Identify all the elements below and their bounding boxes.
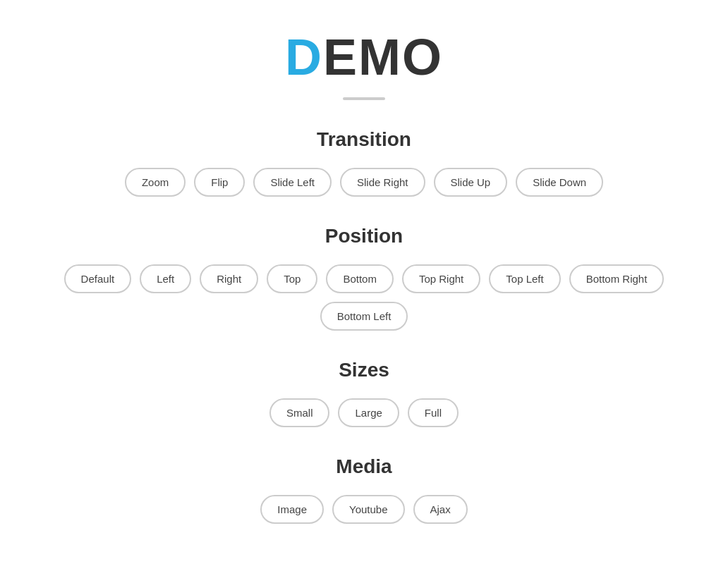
- button-group-media: ImageYoutubeAjax: [47, 495, 681, 524]
- section-title-sizes: Sizes: [47, 359, 681, 381]
- btn-sizes-large[interactable]: Large: [338, 398, 399, 427]
- section-title-position: Position: [47, 225, 681, 247]
- btn-sizes-small[interactable]: Small: [269, 398, 330, 427]
- btn-transition-slide-right[interactable]: Slide Right: [340, 168, 425, 197]
- button-group-sizes: SmallLargeFull: [47, 398, 681, 427]
- logo-rest: EMO: [323, 29, 443, 85]
- section-media: MediaImageYoutubeAjax: [47, 455, 681, 524]
- btn-transition-slide-left[interactable]: Slide Left: [253, 168, 332, 197]
- section-title-transition: Transition: [47, 128, 681, 151]
- divider: [343, 97, 385, 100]
- btn-transition-slide-down[interactable]: Slide Down: [516, 168, 603, 197]
- btn-media-youtube[interactable]: Youtube: [332, 495, 405, 524]
- btn-transition-slide-up[interactable]: Slide Up: [434, 168, 508, 197]
- btn-position-right[interactable]: Right: [200, 264, 258, 293]
- btn-position-top[interactable]: Top: [267, 264, 317, 293]
- btn-transition-flip[interactable]: Flip: [194, 168, 245, 197]
- btn-media-image[interactable]: Image: [260, 495, 324, 524]
- btn-transition-zoom[interactable]: Zoom: [125, 168, 186, 197]
- section-title-media: Media: [47, 455, 681, 478]
- section-transition: TransitionZoomFlipSlide LeftSlide RightS…: [47, 128, 681, 197]
- btn-position-left[interactable]: Left: [140, 264, 191, 293]
- btn-position-bottom[interactable]: Bottom: [326, 264, 394, 293]
- btn-position-bottom-right[interactable]: Bottom Right: [569, 264, 665, 293]
- btn-media-ajax[interactable]: Ajax: [413, 495, 468, 524]
- btn-position-default[interactable]: Default: [64, 264, 132, 293]
- button-group-position: DefaultLeftRightTopBottomTop RightTop Le…: [47, 264, 681, 331]
- btn-position-bottom-left[interactable]: Bottom Left: [320, 302, 408, 331]
- logo: DEMO: [285, 28, 443, 86]
- button-group-transition: ZoomFlipSlide LeftSlide RightSlide UpSli…: [47, 168, 681, 197]
- btn-position-top-right[interactable]: Top Right: [402, 264, 480, 293]
- logo-d: D: [285, 29, 323, 85]
- btn-sizes-full[interactable]: Full: [408, 398, 459, 427]
- section-position: PositionDefaultLeftRightTopBottomTop Rig…: [47, 225, 681, 331]
- btn-position-top-left[interactable]: Top Left: [489, 264, 560, 293]
- section-sizes: SizesSmallLargeFull: [47, 359, 681, 427]
